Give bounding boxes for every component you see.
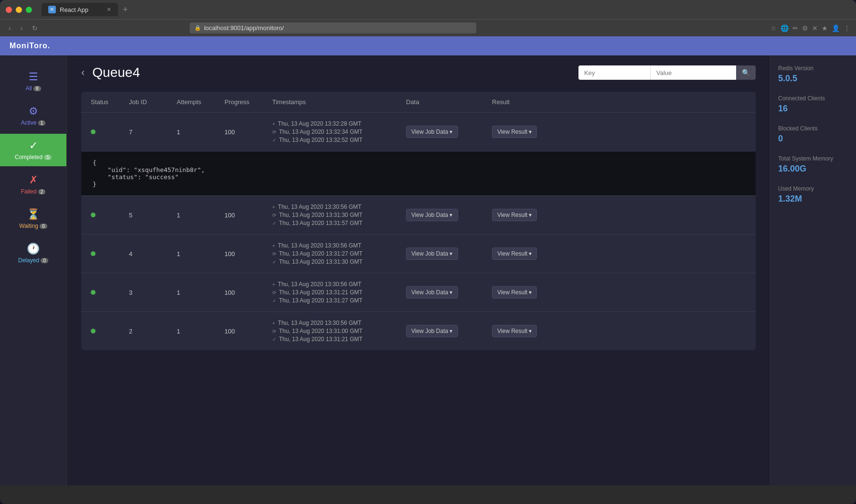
sidebar-label-completed: Completed 5: [15, 154, 52, 161]
address-bar: ‹ › ↻ 🔒 localhost:9001/app/monitoro/ ☆ 🌐…: [0, 19, 856, 36]
sidebar-label-delayed: Delayed 0: [18, 257, 48, 264]
status-dot-4: [91, 251, 96, 256]
back-nav-btn[interactable]: ‹: [6, 23, 14, 33]
table-header: Status Job ID Attempts Progress Timestam…: [81, 92, 756, 113]
view-job-data-btn-3[interactable]: View Job Data ▾: [406, 286, 458, 299]
search-value-input[interactable]: [650, 65, 736, 80]
url-text: localhost:9001/app/monitoro/: [204, 24, 284, 32]
col-attempts: Attempts: [177, 98, 225, 106]
result-cell-7: View Result ▾: [492, 126, 578, 138]
url-box[interactable]: 🔒 localhost:9001/app/monitoro/: [190, 22, 476, 33]
sidebar: ☰ All 8 ⚙ Active 1 ✓ Completed 5 ✗ Faile…: [0, 55, 67, 485]
view-job-data-btn-7[interactable]: View Job Data ▾: [406, 126, 458, 138]
stat-connected-label: Connected Clients: [778, 95, 848, 102]
sidebar-item-waiting[interactable]: ⏳ Waiting 0: [0, 203, 66, 235]
stat-connected-clients: Connected Clients 16: [778, 95, 848, 114]
ts-finished-7: Thu, 13 Aug 2020 13:32:52 GMT: [279, 137, 363, 143]
tab-title: React App: [60, 6, 88, 13]
stat-blocked-label: Blocked Clients: [778, 125, 848, 132]
view-job-data-btn-5[interactable]: View Job Data ▾: [406, 209, 458, 221]
ts-add-icon-2: +: [272, 321, 275, 326]
result-cell-4: View Result ▾: [492, 247, 578, 260]
view-result-btn-2[interactable]: View Result ▾: [492, 325, 537, 337]
data-cell-2: View Job Data ▾: [406, 325, 492, 337]
stat-redis-version: Redis Version 5.0.5: [778, 65, 848, 84]
status-cell-3: [91, 289, 129, 296]
stat-redis-version-label: Redis Version: [778, 65, 848, 72]
star-icon[interactable]: ☆: [770, 24, 777, 32]
forward-nav-btn[interactable]: ›: [18, 23, 26, 33]
browser-window: R React App ✕ + ‹ › ↻ 🔒 localhost:9001/a…: [0, 0, 856, 504]
status-cell-5: [91, 212, 129, 219]
traffic-light-maximize[interactable]: [26, 7, 32, 13]
ts-add-icon-5: +: [272, 204, 275, 210]
ext-icon2[interactable]: ✏: [792, 24, 798, 32]
traffic-light-close[interactable]: [6, 7, 12, 13]
ext-icon4[interactable]: ✕: [812, 24, 818, 32]
stat-total-memory: Total System Memory 16.00G: [778, 155, 848, 174]
ts-processed-4: Thu, 13 Aug 2020 13:31:27 GMT: [279, 250, 363, 257]
col-status: Status: [91, 98, 129, 106]
col-progress: Progress: [225, 98, 272, 106]
view-result-btn-7[interactable]: View Result ▾: [492, 126, 537, 138]
view-job-data-btn-2[interactable]: View Job Data ▾: [406, 325, 458, 337]
sidebar-label-waiting: Waiting 0: [19, 223, 47, 229]
ts-processed-3: Thu, 13 Aug 2020 13:31:21 GMT: [279, 289, 363, 296]
stat-blocked-value: 0: [778, 134, 848, 144]
sidebar-item-active[interactable]: ⚙ Active 1: [0, 99, 66, 132]
table-row: 5 1 100 +Thu, 13 Aug 2020 13:30:56 GMT ⟳…: [81, 196, 756, 235]
traffic-light-minimize[interactable]: [16, 7, 22, 13]
sidebar-item-delayed[interactable]: 🕐 Delayed 0: [0, 237, 66, 269]
ext-icon3[interactable]: ⚙: [802, 24, 808, 32]
timestamps-cell-2: +Thu, 13 Aug 2020 13:30:56 GMT ⟳Thu, 13 …: [272, 320, 406, 343]
status-cell-2: [91, 328, 129, 335]
view-result-btn-4[interactable]: View Result ▾: [492, 247, 537, 260]
menu-icon[interactable]: ⋮: [844, 24, 850, 32]
expanded-code-7: { "uid": "xsqufhe457ninb8r", "status": "…: [93, 159, 744, 188]
app-bar: MoniToro.: [0, 36, 856, 55]
data-cell-7: View Job Data ▾: [406, 126, 492, 138]
new-tab-btn[interactable]: +: [120, 5, 131, 15]
search-key-input[interactable]: [578, 65, 650, 80]
row-main-3[interactable]: 3 1 100 +Thu, 13 Aug 2020 13:30:56 GMT ⟳…: [81, 273, 756, 311]
col-result: Result: [492, 98, 578, 106]
ts-processed-7: Thu, 13 Aug 2020 13:32:34 GMT: [279, 129, 363, 135]
jobid-cell-2: 2: [129, 328, 177, 335]
attempts-cell-5: 1: [177, 212, 225, 219]
ext-icon5[interactable]: ★: [822, 24, 828, 32]
sidebar-item-all[interactable]: ☰ All 8: [0, 65, 66, 97]
status-dot-3: [91, 290, 96, 295]
progress-cell-4: 100: [225, 250, 272, 257]
view-result-btn-5[interactable]: View Result ▾: [492, 209, 537, 221]
main-content: ‹ Queue4 🔍 Status Job ID Attempts Progre…: [67, 55, 770, 485]
view-job-data-btn-4[interactable]: View Job Data ▾: [406, 247, 458, 260]
ts-finished-4: Thu, 13 Aug 2020 13:31:30 GMT: [279, 258, 363, 265]
row-main-7[interactable]: 7 1 100 +Thu, 13 Aug 2020 13:32:28 GMT ⟳…: [81, 113, 756, 151]
jobid-cell-5: 5: [129, 212, 177, 219]
view-result-btn-3[interactable]: View Result ▾: [492, 286, 537, 299]
x-circle-icon: ✗: [29, 174, 38, 186]
reload-btn[interactable]: ↻: [29, 23, 41, 33]
app-logo: MoniToro.: [10, 42, 50, 50]
sidebar-label-failed: Failed 2: [21, 188, 46, 195]
stats-panel: Redis Version 5.0.5 Connected Clients 16…: [770, 55, 856, 485]
row-main-2[interactable]: 2 1 100 +Thu, 13 Aug 2020 13:30:56 GMT ⟳…: [81, 312, 756, 350]
ts-done-icon-5: ✓: [272, 221, 276, 226]
ts-processed-2: Thu, 13 Aug 2020 13:31:00 GMT: [279, 328, 363, 334]
page-header: ‹ Queue4 🔍: [81, 65, 756, 80]
sidebar-item-completed[interactable]: ✓ Completed 5: [0, 134, 66, 166]
active-tab[interactable]: R React App ✕: [42, 3, 118, 16]
row-main-5[interactable]: 5 1 100 +Thu, 13 Aug 2020 13:30:56 GMT ⟳…: [81, 196, 756, 234]
row-main-4[interactable]: 4 1 100 +Thu, 13 Aug 2020 13:30:56 GMT ⟳…: [81, 235, 756, 273]
search-button[interactable]: 🔍: [736, 65, 756, 80]
sidebar-item-failed[interactable]: ✗ Failed 2: [0, 168, 66, 201]
stat-used-memory-value: 1.32M: [778, 194, 848, 204]
account-icon[interactable]: 👤: [832, 24, 840, 32]
progress-cell-7: 100: [225, 129, 272, 136]
progress-cell-3: 100: [225, 289, 272, 296]
ext-icon1[interactable]: 🌐: [781, 24, 789, 32]
back-button[interactable]: ‹: [81, 66, 85, 79]
tab-close-btn[interactable]: ✕: [107, 6, 111, 13]
status-dot-7: [91, 129, 96, 134]
ts-proc-icon-3: ⟳: [272, 290, 276, 295]
